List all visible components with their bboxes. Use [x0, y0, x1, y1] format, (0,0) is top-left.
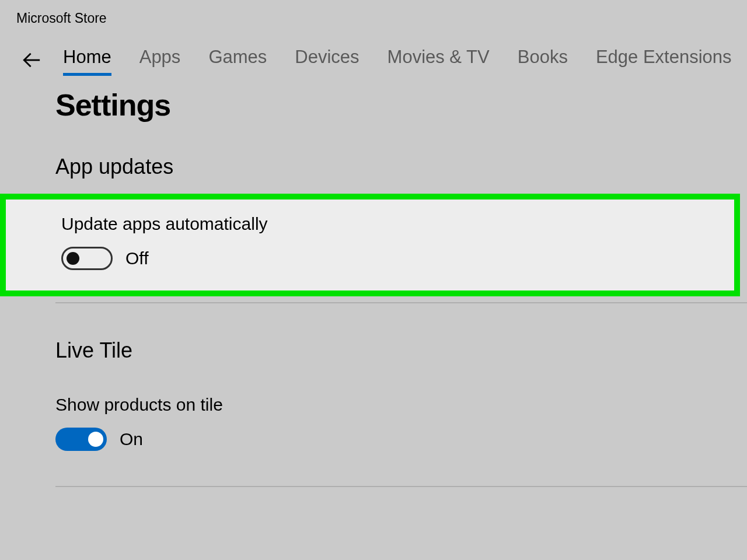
toggle-state-update-apps: Off	[125, 249, 148, 268]
setting-label-update-apps: Update apps automatically	[61, 214, 734, 234]
nav-tab-home[interactable]: Home	[63, 47, 111, 76]
section-title-app-updates: App updates	[55, 155, 747, 179]
highlighted-setting-box: Update apps automatically Off	[0, 194, 740, 296]
nav-tabs: Home Apps Games Devices Movies & TV Book…	[63, 47, 732, 76]
nav-tab-apps[interactable]: Apps	[139, 47, 181, 76]
section-title-live-tile: Live Tile	[55, 338, 747, 363]
section-live-tile: Live Tile Show products on tile On	[55, 338, 747, 487]
divider	[55, 486, 747, 487]
divider	[55, 302, 747, 303]
nav-tab-devices[interactable]: Devices	[295, 47, 359, 76]
back-button[interactable]	[18, 47, 46, 75]
toggle-state-show-products: On	[120, 429, 143, 449]
toggle-update-apps[interactable]	[61, 247, 113, 270]
nav-tab-movies-tv[interactable]: Movies & TV	[388, 47, 490, 76]
toggle-show-products[interactable]	[55, 428, 107, 451]
nav-tab-books[interactable]: Books	[518, 47, 568, 76]
nav-tab-games[interactable]: Games	[208, 47, 267, 76]
toggle-row-update-apps: Off	[61, 247, 734, 270]
page-title: Settings	[55, 88, 747, 123]
toggle-row-show-products: On	[55, 428, 747, 451]
back-arrow-icon	[22, 50, 41, 72]
nav-bar: Home Apps Games Devices Movies & TV Book…	[0, 26, 747, 76]
content-area: Settings App updates Update apps automat…	[0, 76, 747, 487]
setting-block-live-tile: Show products on tile On	[55, 395, 747, 451]
setting-label-show-products: Show products on tile	[55, 395, 747, 415]
nav-tab-edge-extensions[interactable]: Edge Extensions	[596, 47, 732, 76]
app-title: Microsoft Store	[0, 0, 747, 26]
